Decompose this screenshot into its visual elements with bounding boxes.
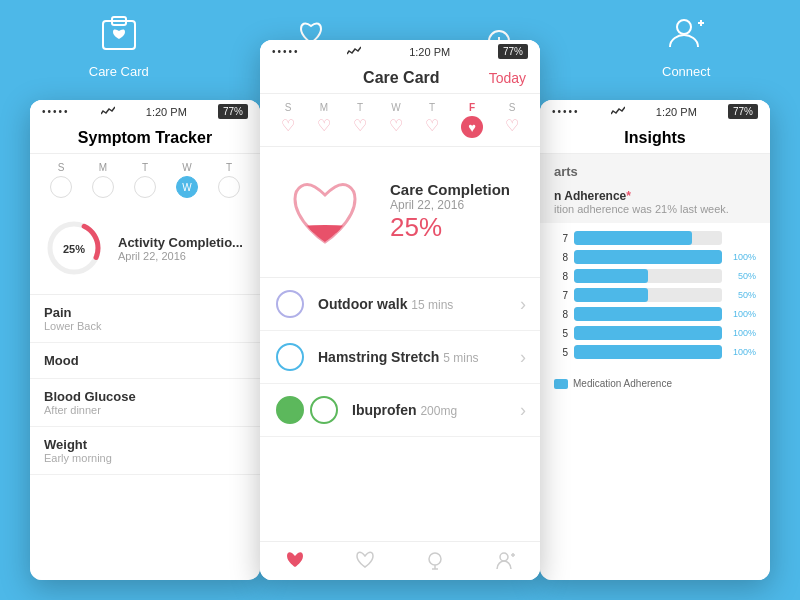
care-completion-section: Care Completion April 22, 2016 25%: [260, 147, 540, 278]
symptom-mood[interactable]: Mood: [30, 343, 260, 379]
insights-phone: ••••• 1:20 PM 77% Insights arts n Adhere…: [540, 100, 770, 580]
svg-point-18: [500, 553, 508, 561]
bar-chart: 7 8 100% 8 50% 7 50% 8 100: [540, 223, 770, 372]
symptom-blood-glucose[interactable]: Blood Glucose After dinner: [30, 379, 260, 427]
care-week-row: S ♡ M ♡ T ♡ W ♡ T ♡ F ♥: [260, 94, 540, 147]
chart-legend: Medication Adherence: [540, 372, 770, 395]
week-day-s2[interactable]: S ♡: [505, 102, 519, 138]
task-check-walk[interactable]: [276, 290, 304, 318]
day-t1: T: [134, 162, 156, 198]
adherence-section: n Adherence* ition adherence was 21% las…: [540, 183, 770, 223]
symptom-tracker-title: Symptom Tracker: [30, 123, 260, 154]
day-w: W W: [176, 162, 198, 198]
insights-section-arts: arts: [540, 154, 770, 183]
svg-point-14: [295, 225, 355, 233]
care-heart-chart: [280, 167, 370, 257]
connect-label: Connect: [662, 64, 710, 79]
connect-icon: [661, 10, 711, 60]
symptom-pain[interactable]: Pain Lower Back: [30, 295, 260, 343]
care-card-label: Care Card: [89, 64, 149, 79]
task-hamstring[interactable]: Hamstring Stretch 5 mins: [260, 331, 540, 384]
week-day-t1[interactable]: T ♡: [353, 102, 367, 138]
svg-text:25%: 25%: [63, 243, 85, 255]
bar-row-7: 5 100%: [554, 345, 756, 359]
tab-symptoms[interactable]: [354, 550, 376, 572]
week-day-f[interactable]: F ♥: [461, 102, 483, 138]
nav-connect[interactable]: Connect: [661, 10, 711, 79]
svg-point-7: [677, 20, 691, 34]
svg-point-15: [429, 553, 441, 565]
task-ibuprofen[interactable]: Ibuprofen 200mg: [260, 384, 540, 437]
week-day-m[interactable]: M ♡: [317, 102, 331, 138]
tab-care-card[interactable]: [284, 550, 306, 572]
center-status-bar: ••••• 1:20 PM 77%: [260, 40, 540, 63]
day-t2: T: [218, 162, 240, 198]
bar-row-5: 8 100%: [554, 307, 756, 321]
day-m: M: [92, 162, 114, 198]
activity-info: Activity Completio... April 22, 2016: [118, 235, 243, 262]
care-card-icon: [94, 10, 144, 60]
activity-completion: 25% Activity Completio... April 22, 2016: [30, 202, 260, 295]
care-bottom-tabs: [260, 541, 540, 580]
right-status-bar: ••••• 1:20 PM 77%: [540, 100, 770, 123]
symptom-weight[interactable]: Weight Early morning: [30, 427, 260, 475]
task-check-ibuprofen-1[interactable]: [276, 396, 304, 424]
legend-text: Medication Adherence: [573, 378, 672, 389]
activity-donut: 25%: [44, 218, 104, 278]
week-day-t2[interactable]: T ♡: [425, 102, 439, 138]
week-day-w[interactable]: W ♡: [389, 102, 403, 138]
bar-row-4: 7 50%: [554, 288, 756, 302]
today-button[interactable]: Today: [489, 70, 526, 86]
insights-title: Insights: [540, 123, 770, 154]
bar-row-1: 7: [554, 231, 756, 245]
task-outdoor-walk[interactable]: Outdoor walk 15 mins: [260, 278, 540, 331]
symptom-tracker-phone: ••••• 1:20 PM 77% Symptom Tracker S M T …: [30, 100, 260, 580]
tab-connect[interactable]: [494, 550, 516, 572]
symptom-day-row: S M T W W T: [30, 154, 260, 202]
left-status-bar: ••••• 1:20 PM 77%: [30, 100, 260, 123]
task-check-hamstring[interactable]: [276, 343, 304, 371]
task-list: Outdoor walk 15 mins Hamstring Stretch 5…: [260, 278, 540, 437]
bar-row-6: 5 100%: [554, 326, 756, 340]
task-check-ibuprofen-2[interactable]: [310, 396, 338, 424]
bar-row-2: 8 100%: [554, 250, 756, 264]
care-completion-info: Care Completion April 22, 2016 25%: [390, 181, 510, 243]
week-day-s1[interactable]: S ♡: [281, 102, 295, 138]
day-s1: S: [50, 162, 72, 198]
care-card-header: Care Card Today: [260, 63, 540, 94]
nav-care-card[interactable]: Care Card: [89, 10, 149, 79]
legend-box: [554, 379, 568, 389]
tab-insights[interactable]: [424, 550, 446, 572]
symptom-list: Pain Lower Back Mood Blood Glucose After…: [30, 295, 260, 475]
bar-row-3: 8 50%: [554, 269, 756, 283]
care-card-phone: ••••• 1:20 PM 77% Care Card Today S ♡ M …: [260, 40, 540, 580]
